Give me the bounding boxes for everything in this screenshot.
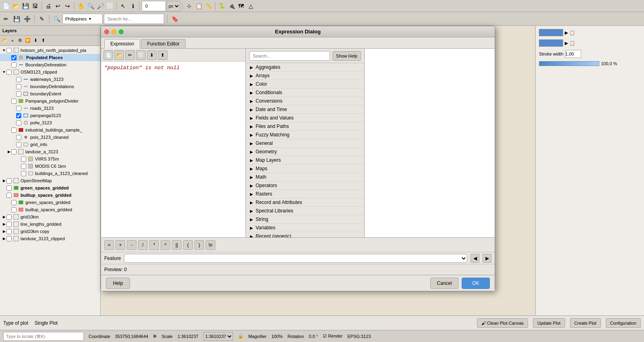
- function-search-input[interactable]: [249, 51, 330, 61]
- copy-expr-btn[interactable]: ⬜: [136, 50, 146, 60]
- layer-pampanga-poly[interactable]: Pampanga_polygonDivider: [0, 97, 100, 105]
- feature-select[interactable]: [124, 254, 467, 263]
- location-search[interactable]: [104, 14, 164, 24]
- redo-icon[interactable]: ↪: [63, 2, 72, 10]
- layer-industrial[interactable]: industrial_buildings_sample_: [0, 126, 100, 134]
- show-help-button[interactable]: Show Help: [332, 51, 361, 61]
- func-rasters[interactable]: ▶ Rasters: [246, 190, 364, 198]
- func-files-paths[interactable]: ▶ Files and Paths: [246, 122, 364, 131]
- clean-canvas-btn[interactable]: 🖌 Clean Plot Canvas: [477, 318, 528, 328]
- expr-editor-area[interactable]: "population" is not null: [101, 62, 246, 237]
- configuration-btn[interactable]: Configuration: [606, 318, 641, 328]
- func-recent[interactable]: ▶ Recent (generic): [246, 232, 364, 237]
- op-newline[interactable]: \n: [206, 240, 215, 250]
- func-general[interactable]: ▶ General: [246, 139, 364, 148]
- layer-bdlim-check[interactable]: [16, 84, 21, 89]
- layer-roads[interactable]: roads_3123: [0, 105, 100, 112]
- add-group-icon[interactable]: +: [9, 37, 16, 44]
- func-variables[interactable]: ▶ Variables: [246, 224, 364, 232]
- func-operators[interactable]: ▶ Operators: [246, 181, 364, 190]
- next-feature-btn[interactable]: ▶: [483, 254, 491, 263]
- op-lparen[interactable]: (: [183, 240, 193, 250]
- zoom-in-icon[interactable]: 🔍: [86, 2, 95, 10]
- opacity-slider[interactable]: [539, 61, 599, 66]
- layer-osm3123-check[interactable]: [6, 70, 12, 75]
- print-icon[interactable]: 🖨: [44, 2, 53, 10]
- layer-green-spaces[interactable]: green_spaces_gridded: [0, 184, 100, 192]
- func-fields-values[interactable]: ▶ Fields and Values: [246, 114, 364, 122]
- func-math[interactable]: ▶ Math: [246, 173, 364, 181]
- layer-pampanga3123-check[interactable]: [16, 113, 21, 118]
- layer-grid10km-copy-check[interactable]: [6, 229, 12, 234]
- save-as-icon[interactable]: 🖫: [31, 2, 39, 10]
- func-arrays[interactable]: ▶ Arrays: [246, 72, 364, 80]
- zoom-out-icon[interactable]: 🔎: [96, 2, 105, 10]
- layer-viirs[interactable]: VIIRS 375m: [0, 155, 100, 163]
- layer-osm-check[interactable]: [6, 178, 12, 183]
- func-maps[interactable]: ▶ Maps: [246, 165, 364, 173]
- op-power[interactable]: ^: [161, 240, 170, 250]
- layer-hotosm-check[interactable]: [6, 48, 12, 53]
- bookmark-icon[interactable]: 🔖: [170, 14, 179, 23]
- layer-modis-check[interactable]: [21, 164, 26, 169]
- magnify-icon[interactable]: 🔍: [52, 14, 61, 23]
- layer-osm3123[interactable]: ▼ OSM3123_clipped: [0, 68, 100, 76]
- layer-pois-check[interactable]: [16, 135, 21, 140]
- layer-grid10km-copy[interactable]: ▶ grid10km copy: [0, 228, 100, 235]
- layer-landuse-check[interactable]: [11, 149, 17, 155]
- layer-bdlim[interactable]: boundaryDelimitations: [0, 83, 100, 90]
- layer-pampanga-poly-check[interactable]: [11, 99, 17, 104]
- layer-buildings[interactable]: buildings_a_3123_cleaned: [0, 170, 100, 177]
- layer-waterways-check[interactable]: [16, 77, 21, 82]
- ok-button[interactable]: OK: [462, 278, 490, 289]
- layer-grid-info-check[interactable]: [16, 142, 21, 147]
- vector-icon[interactable]: △: [246, 2, 255, 10]
- select-icon[interactable]: ↖: [119, 2, 128, 10]
- op-concat[interactable]: ||: [172, 240, 182, 250]
- layer-osm[interactable]: ▶ OpenStreetMap: [0, 177, 100, 184]
- layer-landuse-clipped-check[interactable]: [6, 236, 12, 241]
- func-datetime[interactable]: ▶ Date and Time: [246, 105, 364, 114]
- layer-bext[interactable]: boundaryExtent: [0, 90, 100, 97]
- layer-landuse-clipped[interactable]: ▶ landuse_3123_clipped: [0, 235, 100, 242]
- func-geometry[interactable]: ▶ Geometry: [246, 148, 364, 156]
- open-expr-btn[interactable]: 📂: [114, 50, 124, 60]
- stroke-color-swatch[interactable]: [539, 29, 563, 36]
- layer-landuse[interactable]: ▶ landuse_a_3123: [0, 148, 100, 155]
- layer-green-sub-check[interactable]: [11, 200, 17, 205]
- scale-select[interactable]: 1:3610237: [203, 332, 233, 341]
- layer-modis[interactable]: MODIS C6 1km: [0, 163, 100, 170]
- save-project-icon[interactable]: 💾: [21, 2, 30, 10]
- plugin-icon[interactable]: 🔌: [227, 2, 236, 10]
- dialog-close-btn[interactable]: [104, 29, 109, 34]
- layer-bext-check[interactable]: [16, 91, 21, 97]
- load-expr-btn[interactable]: ⬆: [158, 50, 167, 60]
- tab-function-editor[interactable]: Function Editor: [141, 39, 186, 48]
- func-conditionals[interactable]: ▶ Conditionals: [246, 89, 364, 97]
- fill-color-swatch[interactable]: [539, 39, 563, 47]
- zoom-unit-select[interactable]: px: [167, 1, 180, 11]
- locate-input[interactable]: [3, 332, 84, 341]
- op-equals[interactable]: =: [104, 240, 114, 250]
- func-fuzzy[interactable]: ▶ Fuzzy Matching: [246, 131, 364, 139]
- create-plot-btn[interactable]: Create Plot: [570, 318, 601, 328]
- save-layer-icon[interactable]: 💾: [12, 14, 21, 23]
- cancel-button[interactable]: Cancel: [430, 278, 458, 289]
- op-minus[interactable]: -: [127, 240, 136, 250]
- add-layer-icon[interactable]: ➕: [23, 14, 31, 23]
- python-icon[interactable]: 🐍: [217, 2, 226, 10]
- func-aggregates[interactable]: ▶ Aggregates: [246, 63, 364, 72]
- layer-builtup-sub-check[interactable]: [11, 207, 17, 212]
- func-conversions[interactable]: ▶ Conversions: [246, 97, 364, 105]
- layer-green-spaces-check[interactable]: [6, 185, 12, 191]
- expand-all-icon[interactable]: ⬇: [32, 37, 39, 44]
- save-expr-btn[interactable]: ⬇: [147, 50, 157, 60]
- new-project-icon[interactable]: 📄: [2, 2, 10, 10]
- func-map-layers[interactable]: ▶ Map Layers: [246, 156, 364, 165]
- layer-roads-check[interactable]: [16, 106, 21, 111]
- layer-builtup-check[interactable]: [6, 193, 12, 198]
- layer-builtup[interactable]: builtup_spaces_gridded: [0, 192, 100, 199]
- pan-icon[interactable]: ✋: [76, 2, 85, 10]
- layer-green-spaces-sub[interactable]: green_spaces_gridded: [0, 199, 100, 206]
- layer-waterways[interactable]: waterways_3123: [0, 76, 100, 83]
